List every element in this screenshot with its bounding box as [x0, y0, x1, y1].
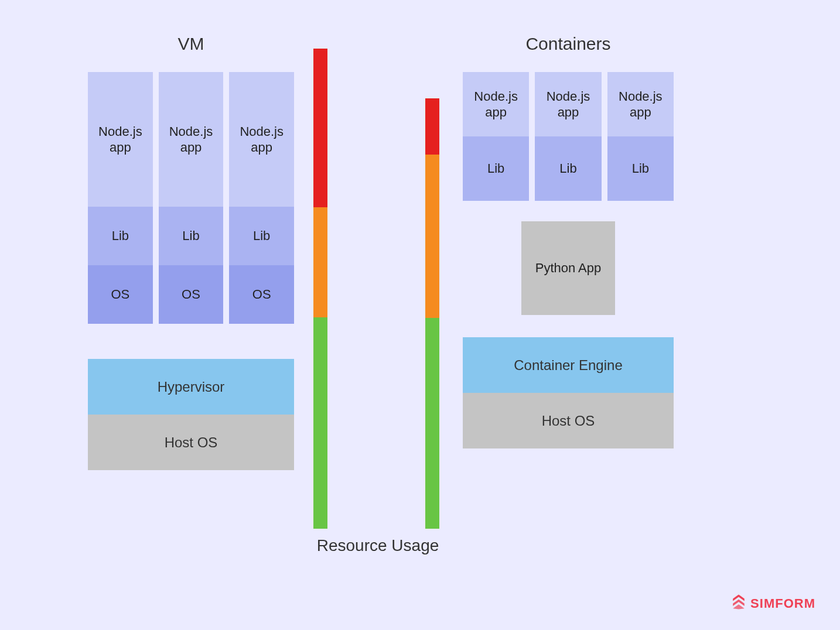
vm-os-block: OS	[88, 265, 153, 324]
vm-columns: Node.js app Lib OS Node.js app Lib OS No…	[88, 72, 294, 324]
container-engine-block: Container Engine	[463, 337, 674, 393]
simform-logo-text: SIMFORM	[750, 596, 815, 611]
vm-column: Node.js app Lib OS	[229, 72, 294, 324]
container-host-os-block: Host OS	[463, 393, 674, 448]
vm-lib-block: Lib	[88, 207, 153, 265]
simform-logo: SIMFORM	[730, 594, 815, 614]
simform-logo-icon	[730, 594, 747, 614]
container-lib-block: Lib	[463, 136, 529, 201]
bar-segment-green	[313, 317, 327, 529]
container-app-block: Node.js app	[607, 72, 674, 136]
vm-column: Node.js app Lib OS	[159, 72, 224, 324]
vm-app-block: Node.js app	[229, 72, 294, 207]
bar-segment-red	[313, 49, 327, 207]
vm-column: Node.js app Lib OS	[88, 72, 153, 324]
vm-lib-block: Lib	[229, 207, 294, 265]
container-lib-block: Lib	[607, 136, 674, 201]
vm-stack: Node.js app Lib OS Node.js app Lib OS No…	[88, 72, 294, 470]
bar-segment-orange	[313, 207, 327, 318]
containers-title: Containers	[463, 34, 674, 54]
resource-bar-vm	[313, 49, 327, 529]
container-app-block: Node.js app	[463, 72, 529, 136]
container-column: Node.js app Lib	[535, 72, 601, 201]
container-column: Node.js app Lib	[607, 72, 674, 201]
bar-segment-red	[425, 98, 439, 155]
container-column: Node.js app Lib	[463, 72, 529, 201]
bar-segment-orange	[425, 155, 439, 318]
vm-app-block: Node.js app	[159, 72, 224, 207]
containers-stack: Node.js app Lib Node.js app Lib Node.js …	[463, 72, 674, 448]
resource-bar-containers	[425, 98, 439, 529]
bar-segment-green	[425, 318, 439, 529]
diagram-canvas: VM Containers Node.js app Lib OS Node.js…	[0, 0, 840, 630]
vm-os-block: OS	[159, 265, 224, 324]
vm-host-os-block: Host OS	[88, 415, 294, 470]
vm-title: VM	[88, 34, 294, 54]
vm-lib-block: Lib	[159, 207, 224, 265]
python-app-block: Python App	[521, 221, 615, 315]
resource-usage-label: Resource Usage	[302, 536, 454, 555]
container-app-block: Node.js app	[535, 72, 601, 136]
hypervisor-block: Hypervisor	[88, 359, 294, 415]
vm-os-block: OS	[229, 265, 294, 324]
container-columns: Node.js app Lib Node.js app Lib Node.js …	[463, 72, 674, 201]
vm-app-block: Node.js app	[88, 72, 153, 207]
container-lib-block: Lib	[535, 136, 601, 201]
